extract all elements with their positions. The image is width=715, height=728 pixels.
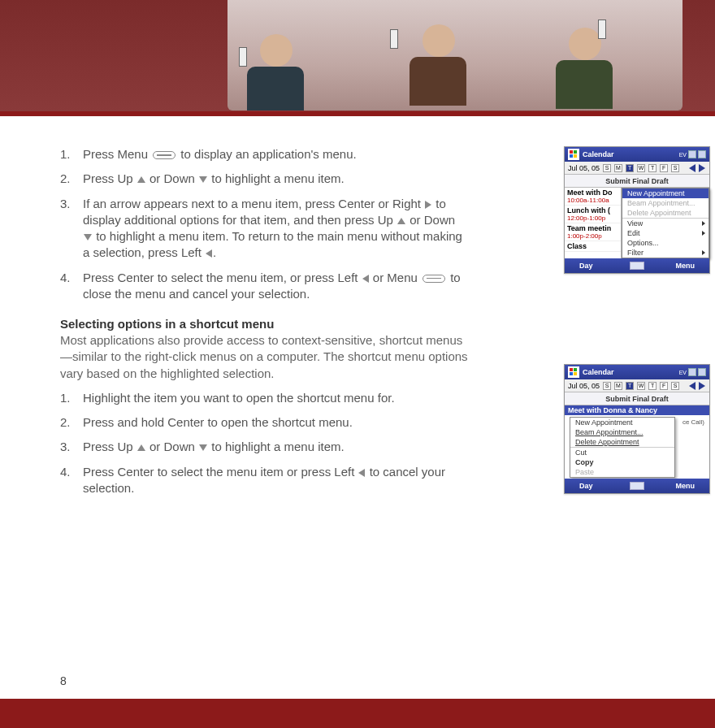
keyboard-icon xyxy=(630,262,644,270)
weekday-cell: S xyxy=(671,382,679,390)
signal-icon xyxy=(688,368,696,376)
menu-icon xyxy=(422,275,445,283)
svg-rect-4 xyxy=(570,368,573,371)
text: to highlight a menu item. xyxy=(208,171,344,185)
close-icon xyxy=(698,368,706,376)
event-row: Lunch with (12:00p-1:00p xyxy=(565,206,621,223)
weekday-cell: F xyxy=(660,164,668,172)
text: Press Up xyxy=(83,171,136,185)
weekday-cell: S xyxy=(603,382,611,390)
date-bar: Jul 05, 05 S M T W T F S xyxy=(565,379,709,392)
status-icons: EV xyxy=(679,368,706,376)
menu-item: New Appointment xyxy=(570,418,674,427)
signal-icon xyxy=(688,150,696,158)
event-title: Submit Final Draft xyxy=(565,175,709,188)
chevron-right-icon xyxy=(702,231,705,236)
text: Press Center to select the menu item or … xyxy=(83,465,358,479)
window-title: Calendar xyxy=(583,150,614,158)
menu-item-highlighted: New Appointment xyxy=(622,188,708,198)
page-number: 8 xyxy=(60,674,67,687)
keyboard-icon xyxy=(630,482,644,490)
event-list: Meet with Do10:00a-11:00a Lunch with (12… xyxy=(565,188,622,258)
status-text: EV xyxy=(679,152,687,158)
step-b2: Press and hold Center to open the shortc… xyxy=(60,414,466,431)
step-b4: Press Center to select the menu item or … xyxy=(60,464,466,497)
menu-item: Filter xyxy=(622,248,708,258)
svg-rect-1 xyxy=(574,150,577,154)
left-icon xyxy=(362,275,369,283)
date-label: Jul 05, 05 xyxy=(568,164,600,172)
weekday-cell: W xyxy=(637,382,645,390)
weekday-cell: W xyxy=(637,164,645,172)
weekday-cell: S xyxy=(671,164,679,172)
window-titlebar: Calendar EV xyxy=(565,147,709,162)
event-title: Submit Final Draft xyxy=(565,392,709,405)
softkey-right: Menu xyxy=(676,262,696,270)
svg-rect-6 xyxy=(570,372,573,375)
softkey-right: Menu xyxy=(676,482,696,490)
weekday-cell: T xyxy=(648,382,656,390)
weekday-cell: T xyxy=(648,164,656,172)
softkey-bar: Day Menu xyxy=(565,479,709,493)
steps-list-a: Press Menu to display an application's m… xyxy=(60,146,645,302)
window-titlebar: Calendar EV xyxy=(565,365,709,379)
menu-item-disabled: Beam Appointment... xyxy=(622,198,708,208)
hero-photo xyxy=(228,0,682,110)
status-icons: EV xyxy=(679,150,706,158)
date-label: Jul 05, 05 xyxy=(568,382,600,390)
section-intro: Most applications also provide access to… xyxy=(60,332,470,382)
menu-item-disabled: Delete Appointment xyxy=(622,208,708,218)
event-row: Meet with Do10:00a-11:00a xyxy=(565,188,621,206)
window-title: Calendar xyxy=(583,368,614,376)
step-a3: If an arrow appears next to a menu item,… xyxy=(60,196,466,262)
text: to highlight a menu item. xyxy=(208,440,344,453)
date-bar: Jul 05, 05 S M T W T F S xyxy=(565,162,709,175)
text: or Down xyxy=(146,440,198,453)
text: . xyxy=(213,245,216,259)
text: or Down xyxy=(146,171,198,185)
event-detail: ce Call) xyxy=(682,418,704,426)
text: If an arrow appears next to a menu item,… xyxy=(83,197,424,210)
text: to display an application's menu. xyxy=(177,147,357,161)
menu-item: Beam Appointment... xyxy=(570,427,674,437)
down-icon xyxy=(84,234,92,240)
context-menu: New Appointment Beam Appointment... Dele… xyxy=(622,188,709,258)
prev-icon xyxy=(689,382,696,390)
menu-item: Delete Appointment xyxy=(570,437,674,447)
svg-rect-2 xyxy=(570,154,573,158)
divider-red xyxy=(0,111,715,116)
page-content: Press Menu to display an application's m… xyxy=(60,146,645,505)
softkey-bar: Day Menu xyxy=(565,258,709,273)
close-icon xyxy=(698,150,706,158)
step-a2: Press Up or Down to highlight a menu ite… xyxy=(60,171,466,187)
svg-rect-5 xyxy=(574,368,577,371)
text: or Menu xyxy=(370,271,421,284)
steps-list-b: Highlight the item you want to open the … xyxy=(60,390,645,496)
text: Press Center to select the menu item, or… xyxy=(83,271,362,284)
section-heading: Selecting options in a shortcut menu xyxy=(60,317,645,331)
right-icon xyxy=(425,201,431,209)
chevron-right-icon xyxy=(702,250,705,255)
svg-rect-3 xyxy=(574,154,577,158)
svg-rect-7 xyxy=(574,372,577,375)
step-a1: Press Menu to display an application's m… xyxy=(60,146,466,162)
up-icon xyxy=(397,218,405,224)
left-icon xyxy=(358,469,365,477)
weekday-cell-selected: T xyxy=(626,382,634,390)
event-row: Class xyxy=(565,241,621,252)
menu-icon xyxy=(153,151,176,159)
up-icon xyxy=(137,176,145,183)
shortcut-menu: New Appointment Beam Appointment... Dele… xyxy=(570,417,675,478)
step-b3: Press Up or Down to highlight a menu ite… xyxy=(60,439,466,455)
screenshot-calendar-menu: Calendar EV Jul 05, 05 S M T W T F S Sub… xyxy=(564,146,710,274)
footer-bar xyxy=(0,699,715,728)
menu-item: Copy xyxy=(570,457,674,467)
selected-event: Meet with Donna & Nancy xyxy=(565,405,709,415)
prev-icon xyxy=(689,164,696,172)
menu-item-disabled: Paste xyxy=(570,467,674,477)
softkey-left: Day xyxy=(579,482,593,490)
start-icon xyxy=(568,366,579,378)
text: Press Menu xyxy=(83,147,151,161)
menu-item: Edit xyxy=(622,228,708,238)
down-icon xyxy=(199,444,207,451)
